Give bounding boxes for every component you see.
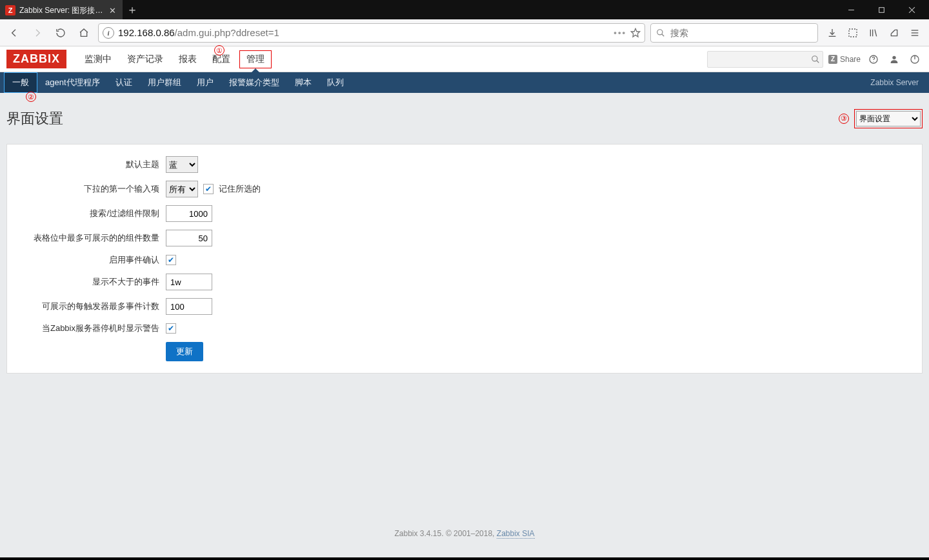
library-icon[interactable] <box>864 24 883 42</box>
subnav-usergroups[interactable]: 用户群组 <box>140 72 189 93</box>
subnav-server-label: Zabbix Server <box>870 72 925 93</box>
update-button[interactable]: 更新 <box>166 342 203 361</box>
help-icon[interactable] <box>866 52 881 67</box>
url-bar[interactable]: i 192.168.0.86/adm.gui.php?ddreset=1 ••• <box>98 23 645 43</box>
label-first-entry: 下拉的第一个输入项 <box>16 183 159 195</box>
svg-point-19 <box>892 55 895 59</box>
topnav-monitoring[interactable]: 监测中 <box>78 50 118 68</box>
page-section-select[interactable]: 界面设置 <box>856 111 921 126</box>
svg-marker-4 <box>631 28 639 37</box>
topnav-config[interactable]: 配置 <box>206 50 237 68</box>
downloads-icon[interactable] <box>823 24 841 42</box>
nav-reload-button[interactable] <box>52 24 70 42</box>
checkbox-ack[interactable] <box>166 255 176 265</box>
url-text: 192.168.0.86/adm.gui.php?ddreset=1 <box>118 27 610 38</box>
subnav-users[interactable]: 用户 <box>189 72 221 93</box>
browser-toolbar: i 192.168.0.86/adm.gui.php?ddreset=1 ••• <box>0 19 929 46</box>
menu-icon[interactable] <box>906 24 924 42</box>
label-search-limit: 搜索/过滤组件限制 <box>16 208 159 219</box>
browser-search-box[interactable] <box>650 23 818 43</box>
browser-search-input[interactable] <box>669 27 812 39</box>
nav-back-button[interactable] <box>5 24 23 42</box>
label-warn-down: 当Zabbix服务器停机时显示警告 <box>16 323 159 334</box>
settings-form: 默认主题 蓝 下拉的第一个输入项 所有 记住所选的 搜索/ <box>16 156 913 361</box>
subnav-mediatypes[interactable]: 报警媒介类型 <box>221 72 287 93</box>
input-search-limit[interactable] <box>166 205 212 222</box>
subnav-scripts[interactable]: 脚本 <box>287 72 319 93</box>
browser-tab[interactable]: Z Zabbix Server: 图形接口的配 ✕ <box>0 0 123 19</box>
subnav-proxies[interactable]: agent代理程序 <box>37 72 108 93</box>
nav-forward-button[interactable] <box>28 24 46 42</box>
browser-titlebar: Z Zabbix Server: 图形接口的配 ✕ ＋ <box>0 0 929 19</box>
label-events-per-trigger: 可展示的每触发器最多事件计数 <box>16 301 159 312</box>
topnav-admin[interactable]: 管理 <box>239 50 272 68</box>
page-title-row: 界面设置 ③ 界面设置 <box>0 93 929 144</box>
topnav-reports[interactable]: 报表 <box>172 50 203 68</box>
footer: Zabbix 3.4.15. © 2001–2018, Zabbix SIA <box>0 529 929 538</box>
footer-text: Zabbix 3.4.15. © 2001–2018, <box>395 529 497 538</box>
topnav-inventory[interactable]: 资产记录 <box>121 50 170 68</box>
checkbox-warn-down[interactable] <box>166 323 176 334</box>
zabbix-search-input[interactable] <box>712 54 811 65</box>
subnav-auth[interactable]: 认证 <box>108 72 140 93</box>
site-info-icon[interactable]: i <box>103 27 114 39</box>
svg-point-18 <box>873 61 874 61</box>
new-tab-button[interactable]: ＋ <box>123 0 142 19</box>
user-icon[interactable] <box>886 52 902 67</box>
share-label: Share <box>840 55 861 64</box>
search-icon <box>656 28 665 37</box>
label-remember: 记住所选的 <box>219 183 261 195</box>
search-icon[interactable] <box>811 55 820 64</box>
zabbix-favicon: Z <box>5 5 15 15</box>
window-close-button[interactable] <box>897 0 926 19</box>
subnav-queue[interactable]: 队列 <box>319 72 352 93</box>
input-events-older[interactable] <box>166 274 212 290</box>
bookmark-star-icon[interactable] <box>630 28 641 38</box>
page-section-select-wrap: 界面设置 <box>854 109 923 128</box>
zabbix-header: ZABBIX 监测中 资产记录 报表 配置 管理 ① Z Share <box>0 46 929 72</box>
top-nav: 监测中 资产记录 报表 配置 管理 <box>78 46 272 72</box>
svg-line-6 <box>662 34 664 36</box>
logout-icon[interactable] <box>907 52 923 67</box>
page-title: 界面设置 <box>6 109 63 128</box>
label-theme: 默认主题 <box>16 159 159 170</box>
share-z-icon: Z <box>828 55 837 64</box>
window-maximize-button[interactable] <box>867 0 896 19</box>
svg-rect-1 <box>879 7 884 12</box>
taskbar <box>0 557 929 560</box>
checkbox-remember[interactable] <box>203 184 214 194</box>
label-events-older: 显示不大于的事件 <box>16 276 159 288</box>
zabbix-share[interactable]: Z Share <box>828 55 861 64</box>
nav-home-button[interactable] <box>75 24 93 42</box>
subnav-general[interactable]: 一般 <box>4 72 37 93</box>
window-minimize-button[interactable] <box>837 0 866 19</box>
page-actions-icon[interactable]: ••• <box>614 28 626 37</box>
settings-panel: 默认主题 蓝 下拉的第一个输入项 所有 记住所选的 搜索/ <box>6 144 923 374</box>
footer-link[interactable]: Zabbix SIA <box>497 529 535 539</box>
zabbix-logo[interactable]: ZABBIX <box>6 50 66 68</box>
window-controls <box>837 0 929 19</box>
select-first-entry[interactable]: 所有 <box>166 181 198 197</box>
tab-title: Zabbix Server: 图形接口的配 <box>19 5 103 16</box>
tab-close-icon[interactable]: ✕ <box>107 5 117 15</box>
select-theme[interactable]: 蓝 <box>166 156 198 173</box>
sub-nav: 一般 agent代理程序 认证 用户群组 用户 报警媒介类型 脚本 队列 Zab… <box>0 72 929 93</box>
svg-point-5 <box>657 29 663 34</box>
send-tab-icon[interactable] <box>885 24 903 42</box>
annotation-3: ③ <box>839 114 849 124</box>
zabbix-search[interactable] <box>707 51 823 68</box>
label-ack: 启用事件确认 <box>16 254 159 266</box>
svg-line-16 <box>817 60 819 63</box>
input-events-per-trigger[interactable] <box>166 298 212 315</box>
svg-rect-8 <box>849 29 857 37</box>
label-table-limit: 表格位中最多可展示的的组件数量 <box>16 232 159 244</box>
input-table-limit[interactable] <box>166 230 212 246</box>
screenshot-icon[interactable] <box>844 24 862 42</box>
svg-line-11 <box>875 29 877 36</box>
svg-point-15 <box>812 55 817 61</box>
